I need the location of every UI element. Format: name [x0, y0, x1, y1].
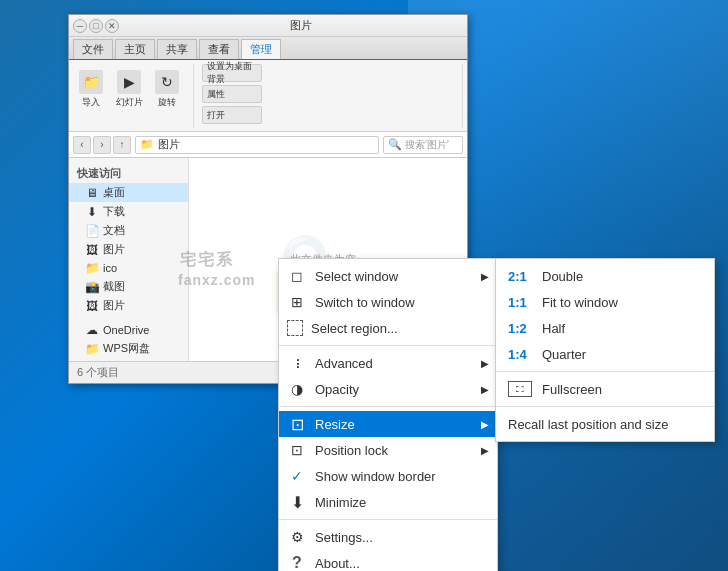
about-icon: ?: [287, 553, 307, 571]
ribbon-btn-properties[interactable]: 属性: [202, 85, 262, 103]
ico-label: ico: [103, 262, 117, 274]
search-icon: 🔍: [388, 138, 402, 151]
thispc-icon: 💻: [85, 361, 99, 362]
context-item-advanced[interactable]: ⫶ Advanced: [279, 350, 497, 376]
explorer-addressbar: ‹ › ↑ 📁 图片 🔍 搜索'图片': [69, 132, 467, 158]
sidebar-item-screenshots[interactable]: 📸 截图: [69, 277, 188, 296]
ribbon-buttons-1: 📁 导入 ▶ 幻灯片 ↻ 旋转: [73, 64, 185, 114]
sidebar-item-wps[interactable]: 📁 WPS网盘: [69, 339, 188, 358]
position-lock-icon: ⊡: [287, 440, 307, 460]
submenu-item-double[interactable]: 2:1 Double: [496, 263, 714, 289]
switch-window-icon: ⊞: [287, 292, 307, 312]
tab-home[interactable]: 主页: [115, 39, 155, 59]
context-item-show-border[interactable]: ✓ Show window border: [279, 463, 497, 489]
rotate-icon: ↻: [155, 70, 179, 94]
select-region-icon: [287, 320, 303, 336]
switch-window-label: Switch to window: [315, 295, 415, 310]
ribbon-btn-rotate[interactable]: ↻ 旋转: [149, 64, 185, 114]
sidebar-item-ico[interactable]: 📁 ico: [69, 259, 188, 277]
advanced-label: Advanced: [315, 356, 373, 371]
context-item-select-window[interactable]: ◻ Select window: [279, 263, 497, 289]
rotate-label: 旋转: [158, 96, 176, 109]
tab-share[interactable]: 共享: [157, 39, 197, 59]
sidebar-item-thispc[interactable]: 💻 此电脑: [69, 358, 188, 361]
screenshots-label: 截图: [103, 279, 125, 294]
window-title: 图片: [139, 18, 463, 33]
resize-submenu: 2:1 Double 1:1 Fit to window 1:2 Half 1:…: [495, 258, 715, 442]
ribbon-btn-open[interactable]: 打开: [202, 106, 262, 124]
recall-label: Recall last position and size: [508, 417, 668, 432]
context-item-resize[interactable]: ⊡ Resize: [279, 411, 497, 437]
submenu-item-fullscreen[interactable]: ⛶ Fullscreen: [496, 376, 714, 402]
pictures2-label: 图片: [103, 298, 125, 313]
double-label: Double: [542, 269, 583, 284]
search-box[interactable]: 🔍 搜索'图片': [383, 136, 463, 154]
tab-view[interactable]: 查看: [199, 39, 239, 59]
minimize-label: Minimize: [315, 495, 366, 510]
sidebar-item-documents[interactable]: 📄 文档: [69, 221, 188, 240]
context-item-minimize[interactable]: ⬇ Minimize: [279, 489, 497, 515]
explorer-ribbon: 文件 主页 共享 查看 管理 📁 导入 ▶ 幻灯片 ↻: [69, 37, 467, 132]
onedrive-icon: ☁: [85, 323, 99, 337]
close-window-button[interactable]: ✕: [105, 19, 119, 33]
tab-file[interactable]: 文件: [73, 39, 113, 59]
desktop-label: 桌面: [103, 185, 125, 200]
thispc-label: 此电脑: [103, 360, 136, 361]
documents-label: 文档: [103, 223, 125, 238]
select-window-icon: ◻: [287, 266, 307, 286]
quarter-label: Quarter: [542, 347, 586, 362]
show-border-check: ✓: [287, 466, 307, 486]
ribbon-btn-slideshow[interactable]: ▶ 幻灯片: [111, 64, 147, 114]
quick-access-header: 快速访问: [69, 164, 188, 183]
sidebar-item-downloads[interactable]: ⬇ 下载: [69, 202, 188, 221]
separator-2: [279, 406, 497, 407]
sidebar-item-onedrive[interactable]: ☁ OneDrive: [69, 321, 188, 339]
select-window-label: Select window: [315, 269, 398, 284]
context-menu: ◻ Select window ⊞ Switch to window Selec…: [278, 258, 498, 571]
ribbon-btn-import[interactable]: 📁 导入: [73, 64, 109, 114]
context-item-position-lock[interactable]: ⊡ Position lock: [279, 437, 497, 463]
sidebar-item-desktop[interactable]: 🖥 桌面: [69, 183, 188, 202]
context-item-settings[interactable]: ⚙ Settings...: [279, 524, 497, 550]
context-item-select-region[interactable]: Select region...: [279, 315, 497, 341]
about-label: About...: [315, 556, 360, 571]
back-button[interactable]: ‹: [73, 136, 91, 154]
forward-button[interactable]: ›: [93, 136, 111, 154]
onedrive-label: OneDrive: [103, 324, 149, 336]
context-item-switch-window[interactable]: ⊞ Switch to window: [279, 289, 497, 315]
submenu-separator-1: [496, 371, 714, 372]
ribbon-group-2: 设置为桌面背景 属性 打开: [202, 64, 463, 128]
fit-label: Fit to window: [542, 295, 618, 310]
minimize-icon: ⬇: [287, 492, 307, 512]
submenu-item-fit[interactable]: 1:1 Fit to window: [496, 289, 714, 315]
pictures-folder-icon: 🖼: [85, 243, 99, 257]
submenu-item-quarter[interactable]: 1:4 Quarter: [496, 341, 714, 367]
ribbon-tabs: 文件 主页 共享 查看 管理: [69, 37, 467, 59]
half-ratio: 1:2: [508, 321, 536, 336]
pictures-label: 图片: [103, 242, 125, 257]
fullscreen-icon: ⛶: [508, 381, 532, 397]
up-button[interactable]: ↑: [113, 136, 131, 154]
sidebar-item-pictures2[interactable]: 🖼 图片: [69, 296, 188, 315]
wps-label: WPS网盘: [103, 341, 150, 356]
sidebar-item-pictures[interactable]: 🖼 图片: [69, 240, 188, 259]
downloads-folder-icon: ⬇: [85, 205, 99, 219]
search-placeholder: 搜索'图片': [405, 138, 449, 152]
opacity-icon: ◑: [287, 379, 307, 399]
nav-buttons: ‹ › ↑: [73, 136, 131, 154]
submenu-item-half[interactable]: 1:2 Half: [496, 315, 714, 341]
advanced-icon: ⫶: [287, 353, 307, 373]
minimize-button[interactable]: ─: [73, 19, 87, 33]
screenshots-folder-icon: 📸: [85, 280, 99, 294]
context-item-opacity[interactable]: ◑ Opacity: [279, 376, 497, 402]
submenu-item-recall[interactable]: Recall last position and size: [496, 411, 714, 437]
path-icon: 📁: [140, 138, 154, 151]
wps-icon: 📁: [85, 342, 99, 356]
tab-manage[interactable]: 管理: [241, 39, 281, 59]
ribbon-btn-set-bg[interactable]: 设置为桌面背景: [202, 64, 262, 82]
context-item-about[interactable]: ? About...: [279, 550, 497, 571]
maximize-button[interactable]: □: [89, 19, 103, 33]
slideshow-icon: ▶: [117, 70, 141, 94]
address-path[interactable]: 📁 图片: [135, 136, 379, 154]
slideshow-label: 幻灯片: [116, 96, 143, 109]
